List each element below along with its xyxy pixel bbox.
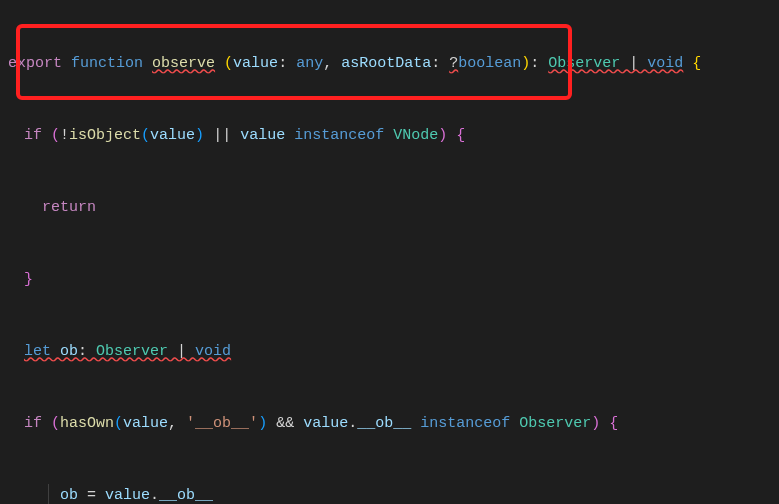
- code-line: if (!isObject(value) || value instanceof…: [0, 124, 779, 148]
- code-line: ob = value.__ob__: [0, 484, 779, 504]
- code-line: return: [0, 196, 779, 220]
- keyword-export: export: [8, 52, 62, 76]
- code-editor[interactable]: export function observe (value: any, asR…: [0, 0, 779, 504]
- keyword-instanceof: instanceof: [294, 124, 384, 148]
- fn-hasOwn: hasOwn: [60, 412, 114, 436]
- keyword-if: if: [24, 124, 42, 148]
- var-ob: ob: [60, 340, 78, 364]
- param-asRootData: asRootData: [341, 52, 431, 76]
- keyword-let: let: [24, 340, 51, 364]
- param-value: value: [233, 52, 278, 76]
- fn-isObject: isObject: [69, 124, 141, 148]
- code-line: let ob: Observer | void: [0, 340, 779, 364]
- function-name: observe: [152, 52, 215, 76]
- type-observer: Observer: [519, 412, 591, 436]
- string-ob: '__ob__': [186, 412, 258, 436]
- code-line: }: [0, 268, 779, 292]
- code-line: if (hasOwn(value, '__ob__') && value.__o…: [0, 412, 779, 436]
- code-line: export function observe (value: any, asR…: [0, 52, 779, 76]
- keyword-if: if: [24, 412, 42, 436]
- keyword-return: return: [42, 196, 96, 220]
- keyword-function: function: [71, 52, 143, 76]
- type-vnode: VNode: [393, 124, 438, 148]
- return-type: Observer: [548, 52, 620, 76]
